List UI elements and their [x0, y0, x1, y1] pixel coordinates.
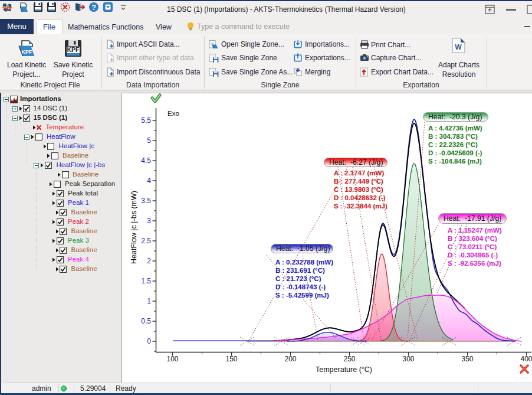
svg-text:200: 200: [284, 355, 296, 363]
svg-text:1: 1: [147, 297, 151, 305]
svg-text:4.5: 4.5: [141, 156, 151, 165]
svg-text:Exo: Exo: [168, 110, 179, 117]
svg-text:1.5: 1.5: [141, 277, 151, 285]
svg-text:2.5: 2.5: [141, 237, 151, 245]
svg-text:250: 250: [343, 355, 355, 363]
svg-text:4: 4: [147, 177, 151, 185]
svg-text:HeatFlow |c |-bs (mW): HeatFlow |c |-bs (mW): [130, 191, 138, 264]
svg-text:3.5: 3.5: [141, 197, 151, 205]
svg-text:3: 3: [147, 217, 151, 225]
svg-text:400: 400: [520, 355, 532, 363]
svg-text:150: 150: [225, 355, 237, 363]
svg-text:0: 0: [147, 337, 151, 345]
svg-text:100: 100: [166, 355, 178, 363]
svg-text:5: 5: [147, 136, 151, 145]
svg-text:350: 350: [461, 355, 473, 363]
svg-text:300: 300: [402, 355, 414, 363]
svg-text:0.5: 0.5: [141, 317, 151, 325]
svg-text:2: 2: [147, 257, 151, 265]
svg-text:5.5: 5.5: [141, 116, 151, 125]
svg-text:Temperature (°C): Temperature (°C): [316, 365, 372, 374]
